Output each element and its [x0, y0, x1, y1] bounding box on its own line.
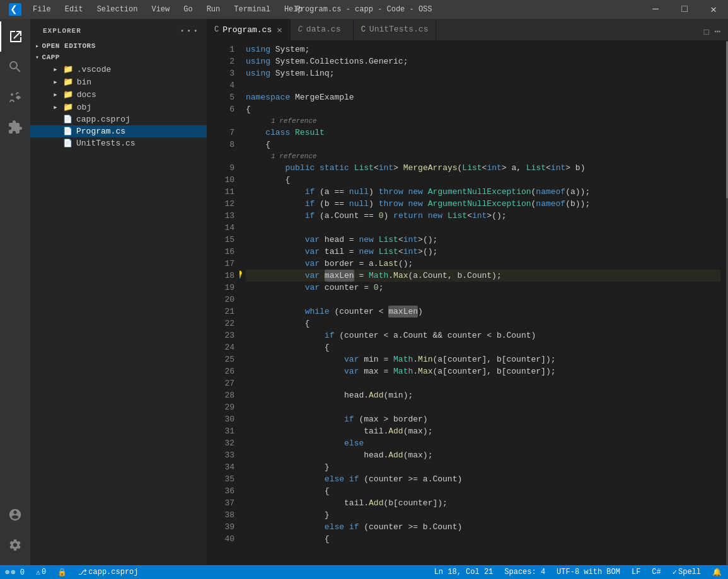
- status-warnings[interactable]: ⚠ 0: [31, 568, 52, 577]
- line-numbers: 1 2 3 4 5 6 · 7 8 · 9 10 11 12 13 14 15 …: [207, 41, 240, 565]
- editor-area: C Program.cs ✕ C data.cs C UnitTests.cs …: [207, 19, 728, 565]
- menu-go[interactable]: Go: [178, 4, 197, 15]
- line-num: 11: [207, 186, 234, 198]
- code-line-27: [246, 377, 720, 389]
- hint-icon: 💡: [240, 270, 244, 282]
- code-line-7: class Result: [246, 127, 720, 139]
- more-actions-button[interactable]: ⋯: [712, 23, 723, 40]
- menu-file[interactable]: File: [28, 4, 56, 15]
- line-num: 18: [207, 270, 234, 282]
- menu-run[interactable]: Run: [202, 4, 226, 15]
- sidebar-item-obj[interactable]: ▸ 📁 obj: [30, 101, 207, 113]
- activity-search[interactable]: [0, 52, 30, 82]
- code-line-39: else if (counter >= b.Count): [246, 521, 720, 533]
- sidebar-item-vscode[interactable]: ▸ 📁 .vscode: [30, 63, 207, 76]
- sidebar-item-label: UnitTests.cs: [76, 139, 136, 148]
- sidebar-item-unittests-cs[interactable]: 📄 UnitTests.cs: [30, 137, 207, 149]
- sidebar-section-open-editors[interactable]: ▸ OPEN EDITORS: [30, 40, 207, 52]
- code-line-2: using System.Collections.Generic;: [246, 55, 720, 67]
- line-num: 35: [207, 473, 234, 485]
- sidebar-item-docs[interactable]: ▸ 📁 docs: [30, 88, 207, 101]
- menu-selection[interactable]: Selection: [92, 4, 143, 15]
- line-num: 19: [207, 282, 234, 294]
- tab-label: UnitTests.cs: [369, 25, 429, 34]
- sidebar-item-capp-csproj[interactable]: 📄 capp.csproj: [30, 113, 207, 125]
- sidebar-more-button[interactable]: ···: [179, 25, 199, 37]
- sidebar-item-label: docs: [77, 90, 96, 100]
- spell-icon: ✓: [673, 568, 677, 577]
- tab-data-cs[interactable]: C data.cs: [291, 19, 354, 40]
- code-line-1: using System;: [246, 43, 720, 55]
- status-lock[interactable]: 🔒: [52, 568, 73, 577]
- line-num: 15: [207, 234, 234, 246]
- code-line-4: [246, 79, 720, 91]
- status-spaces[interactable]: Spaces: 4: [499, 568, 552, 576]
- sidebar-item-program-cs[interactable]: 📄 Program.cs: [30, 125, 207, 137]
- tab-program-cs[interactable]: C Program.cs ✕: [207, 19, 291, 40]
- activity-explorer[interactable]: [0, 21, 30, 52]
- line-num: 12: [207, 198, 234, 210]
- line-num: 30: [207, 413, 234, 425]
- branch-name: capp.csproj: [88, 568, 138, 576]
- sidebar-item-bin[interactable]: ▸ 📁 bin: [30, 76, 207, 88]
- line-num: 27: [207, 377, 234, 389]
- sidebar-item-label: .vscode: [77, 65, 112, 74]
- code-line-16: var tail = new List<int>();: [246, 246, 720, 258]
- line-num: 23: [207, 330, 234, 341]
- sidebar-title: EXPLORER: [43, 27, 81, 35]
- status-notifications[interactable]: 🔔: [707, 568, 728, 577]
- tab-file-icon: C: [298, 25, 303, 34]
- minimap[interactable]: [720, 41, 728, 565]
- tab-close-button[interactable]: ✕: [277, 25, 282, 35]
- activity-settings[interactable]: [0, 530, 30, 560]
- maximize-button[interactable]: □: [670, 0, 699, 19]
- status-bar-left: ⊗ ⊗ 0 ⚠ 0 🔒 ⎇ capp.csproj: [0, 568, 145, 577]
- line-num: 25: [207, 353, 234, 365]
- status-eol[interactable]: LF: [627, 568, 647, 576]
- line-num: 2: [207, 55, 234, 67]
- main-layout: EXPLORER ··· ▸ OPEN EDITORS ▾ CAPP ▸ 📁 .…: [0, 19, 728, 565]
- tab-label: data.cs: [306, 25, 341, 34]
- status-spell[interactable]: ✓ Spell: [667, 568, 707, 577]
- code-editor[interactable]: using System; using System.Collections.G…: [240, 41, 720, 565]
- code-line-17: var border = a.Last();: [246, 258, 720, 270]
- activity-source-control[interactable]: [0, 82, 30, 112]
- eol-label: LF: [632, 568, 640, 576]
- line-num: 20: [207, 294, 234, 306]
- menu-terminal[interactable]: Terminal: [229, 4, 275, 15]
- line-num: 9: [207, 162, 234, 174]
- cursor-position: Ln 18, Col 21: [434, 568, 494, 576]
- code-line-29: [246, 401, 720, 413]
- activity-extensions[interactable]: [0, 112, 30, 142]
- status-language[interactable]: C#: [647, 568, 667, 576]
- code-line-26: var max = Math.Max(a[counter], b[counter…: [246, 365, 720, 377]
- code-line-25: var min = Math.Min(a[counter], b[counter…: [246, 353, 720, 365]
- line-num: 32: [207, 437, 234, 449]
- activity-account[interactable]: [0, 500, 30, 530]
- menu-edit[interactable]: Edit: [60, 4, 88, 15]
- line-num: 34: [207, 461, 234, 473]
- status-errors[interactable]: ⊗ ⊗ 0: [0, 568, 31, 577]
- split-editor-button[interactable]: ☐: [701, 23, 712, 40]
- minimize-button[interactable]: ─: [641, 0, 670, 19]
- sidebar-content: ▸ OPEN EDITORS ▾ CAPP ▸ 📁 .vscode ▸ 📁 bi…: [30, 40, 207, 565]
- status-encoding[interactable]: UTF-8 with BOM: [552, 568, 627, 576]
- lock-icon: 🔒: [57, 568, 67, 577]
- line-num: 29: [207, 401, 234, 413]
- status-cursor[interactable]: Ln 18, Col 21: [429, 568, 500, 576]
- line-num: 14: [207, 222, 234, 234]
- line-num: 6: [207, 103, 234, 115]
- svg-text:❮: ❮: [10, 4, 18, 14]
- line-num: 26: [207, 365, 234, 377]
- line-num: 16: [207, 246, 234, 258]
- file-icon: 📄: [63, 139, 72, 148]
- status-branch[interactable]: ⎇ capp.csproj: [73, 568, 144, 577]
- line-num: 3: [207, 67, 234, 79]
- tab-unittests-cs[interactable]: C UnitTests.cs: [354, 19, 437, 40]
- close-button[interactable]: ✕: [699, 0, 728, 19]
- menu-view[interactable]: View: [146, 4, 175, 15]
- sidebar-section-capp[interactable]: ▾ CAPP: [30, 52, 207, 63]
- line-num: 31: [207, 425, 234, 437]
- spell-label: Spell: [678, 568, 701, 576]
- code-line-30: if (max > border): [246, 413, 720, 425]
